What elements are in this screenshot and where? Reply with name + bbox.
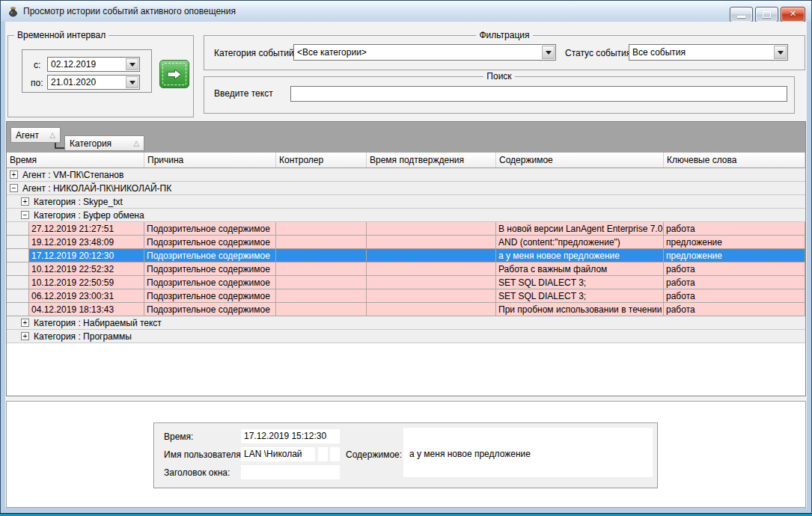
group-by-category-button[interactable]: Категория △ [64,135,144,151]
group-label: Категория : Набираемый текст [34,318,162,328]
cell [276,222,367,235]
group-row[interactable]: +Категория : Skype_txt [7,195,805,209]
group-by-band[interactable]: Агент △ Категория △ [7,122,805,153]
category-dropdown-button[interactable] [542,46,555,59]
group-label: Категория : Буфер обмена [34,210,144,221]
minimize-button[interactable] [730,7,753,22]
group-row[interactable]: +Категория : Набираемый текст [7,316,805,330]
column-header[interactable]: Время подтверждения [367,153,496,168]
table-row[interactable]: 10.12.2019 22:52:32Подозрительное содерж… [7,262,805,276]
titlebar[interactable]: Просмотр истории событий активного опове… [1,1,811,22]
grid-header: ВремяПричинаКонтролерВремя подтверждения… [7,153,805,168]
group-label: Категория : Skype_txt [34,197,123,207]
cell [276,262,367,275]
column-header[interactable]: Ключевые слова [664,153,805,168]
apply-interval-button[interactable] [159,60,189,88]
cell: работа [664,262,805,275]
cell: При пробном использовании в течении 15 д… [496,303,664,316]
expand-icon[interactable]: + [10,171,18,179]
table-row[interactable]: 10.12.2019 22:50:59Подозрительное содерж… [7,276,805,289]
cell: Подозрительное содержимое [144,289,276,302]
status-filter-label: Статус события [565,48,631,58]
group-by-agent-button[interactable]: Агент △ [10,127,61,143]
sort-ascending-icon: △ [49,131,55,139]
cell [276,276,367,289]
detail-user-extra-box[interactable] [330,447,340,461]
column-header[interactable]: Содержимое [496,153,664,168]
group-label: Агент : НИКОЛАЙ-ПК\НИКОЛАЙ-ПК [22,183,171,194]
search-input[interactable] [290,86,787,102]
detail-content-field[interactable]: а у меня новое предложение [403,428,653,477]
date-to-value: 21.01.2020 [51,77,125,87]
detail-time-label: Время: [164,431,193,442]
cell: предложение [664,249,805,262]
detail-panel: Время: 17.12.2019 15:12:30 Имя пользоват… [153,423,658,488]
cell [367,276,496,289]
group-row[interactable]: −Агент : НИКОЛАЙ-ПК\НИКОЛАЙ-ПК [7,182,805,195]
window-title: Просмотр истории событий активного опове… [23,6,236,16]
table-row[interactable]: 06.12.2019 23:00:31Подозрительное содерж… [7,289,805,303]
maximize-icon [763,11,771,18]
status-dropdown-button[interactable] [774,46,787,59]
category-filter-value: <Все категории> [297,47,541,58]
chevron-down-icon [778,51,784,58]
date-from-select[interactable]: 02.12.2019 [47,57,140,72]
collapse-icon[interactable]: − [21,211,29,219]
group-row[interactable]: +Агент : VM-ПК\Степанов [7,168,805,182]
row-indent-gutter [7,303,29,316]
expand-icon[interactable]: + [21,319,29,327]
grid-rows: +Агент : VM-ПК\Степанов−Агент : НИКОЛАЙ-… [7,168,805,343]
detail-user-label: Имя пользователя: : [164,449,248,460]
collapse-icon[interactable]: − [10,184,18,192]
cell: Подозрительное содержимое [144,236,276,248]
table-row[interactable]: 19.12.2019 23:48:09Подозрительное содерж… [7,236,805,249]
minimize-icon [737,16,745,18]
interval-legend: Временной интервал [14,30,109,40]
category-filter-select[interactable]: <Все категории> [293,44,556,61]
column-header[interactable]: Контролер [276,153,367,168]
cell [367,222,496,235]
window-controls [730,7,805,22]
status-filter-select[interactable]: Все события [629,44,788,61]
close-button[interactable] [781,7,805,22]
detail-user-extra-box[interactable] [318,447,328,461]
cell [367,289,496,302]
detail-window-title-label: Заголовок окна: [164,467,230,478]
detail-section: Время: 17.12.2019 15:12:30 Имя пользоват… [6,401,806,508]
row-indent-gutter [7,262,29,275]
detail-window-title-field[interactable] [241,465,340,479]
cell: работа [664,289,805,302]
cell: 19.12.2019 23:48:09 [29,236,144,248]
cell: 10.12.2019 22:52:32 [29,262,144,275]
cell: работа [664,222,805,235]
group-row[interactable]: −Категория : Буфер обмена [7,209,805,222]
date-to-select[interactable]: 21.01.2020 [47,75,140,90]
date-to-dropdown-button[interactable] [126,76,138,88]
group-row[interactable]: +Категория : Программы [7,330,805,343]
column-header[interactable]: Причина [144,153,276,168]
expand-icon[interactable]: + [21,332,29,340]
cell: а у меня новое предложение [496,249,664,262]
expand-icon[interactable]: + [21,197,29,206]
cell: предложение [664,236,805,248]
app-window: Просмотр истории событий активного опове… [0,0,812,516]
column-header[interactable]: Время [7,153,144,168]
cell: Подозрительное содержимое [144,303,276,316]
detail-time-field[interactable]: 17.12.2019 15:12:30 [241,429,340,443]
row-indent-gutter [7,289,29,302]
cell [276,249,367,262]
cell: SET SQL DIALECT 3; [496,276,664,289]
events-grid: Агент △ Категория △ ВремяПричинаКонтроле… [6,121,806,396]
sort-ascending-icon: △ [133,139,139,147]
cell: SET SQL DIALECT 3; [496,289,664,302]
table-row[interactable]: 04.12.2019 18:13:43Подозрительное содерж… [7,303,805,316]
table-row[interactable]: 27.12.2019 21:27:51Подозрительное содерж… [7,222,805,236]
cell: 17.12.2019 20:12:30 [29,249,144,262]
date-from-dropdown-button[interactable] [126,58,138,70]
row-indent-gutter [7,236,29,248]
detail-user-field[interactable]: LAN \Николай [241,447,315,461]
chevron-down-icon [129,63,135,70]
maximize-button[interactable] [755,7,778,22]
cell: Подозрительное содержимое [144,222,276,235]
table-row[interactable]: 17.12.2019 20:12:30Подозрительное содерж… [7,249,805,262]
